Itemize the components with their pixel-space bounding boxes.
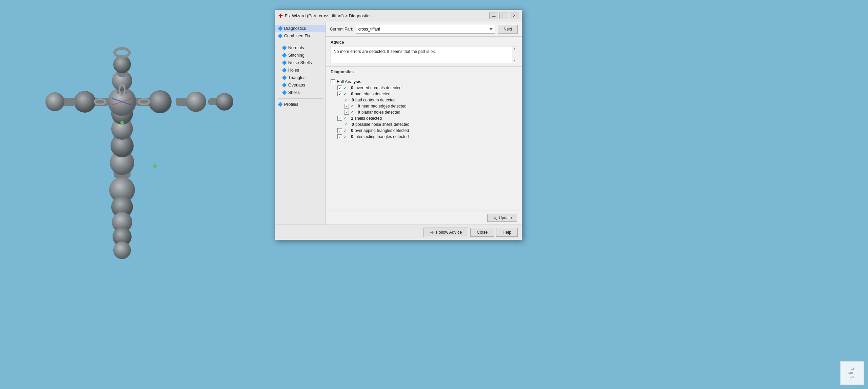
- noise-shells-checkmark: ✓: [344, 122, 347, 127]
- triangles-icon: 🔷: [282, 75, 287, 80]
- sidebar-label-stitching: Stitching: [288, 53, 304, 58]
- planar-holes-checkmark: ✓: [350, 110, 353, 115]
- part-select[interactable]: cross_tiffani: [356, 25, 495, 34]
- intersecting-triangles-label: intersecting triangles detected: [355, 134, 409, 139]
- bad-edges-checkbox[interactable]: ✓: [337, 92, 342, 96]
- svg-point-4: [113, 241, 131, 259]
- svg-point-28: [115, 48, 130, 57]
- titlebar: ✚ Fix Wizard (Part: cross_tiffani) > Dia…: [275, 10, 522, 22]
- svg-point-17: [45, 92, 64, 111]
- advice-box: No more errors are detected. It seems th…: [331, 46, 517, 63]
- update-search-icon: 🔍: [492, 216, 497, 220]
- sidebar-item-diagnostics[interactable]: 🔷 Diagnostics: [275, 25, 326, 32]
- maximize-button[interactable]: □: [499, 13, 508, 19]
- watermark-text: TOPLEFTZ✕: [848, 367, 856, 379]
- combined-fix-icon: 🔷: [278, 34, 282, 38]
- diagnostics-header: Diagnostics: [331, 70, 517, 76]
- sidebar-item-stitching[interactable]: 🔷 Stitching: [275, 52, 326, 59]
- sidebar-item-holes[interactable]: 🔷 Holes: [275, 66, 326, 74]
- advice-label: Advice: [331, 40, 517, 45]
- titlebar-controls: — □ ✕: [489, 13, 518, 19]
- full-analysis-checkbox[interactable]: ✓: [331, 79, 335, 84]
- follow-advice-button[interactable]: ➜ Follow Advice: [423, 228, 468, 237]
- fix-wizard-dialog: ✚ Fix Wizard (Part: cross_tiffani) > Dia…: [275, 9, 522, 240]
- shells-count: 1: [348, 116, 353, 121]
- overlapping-triangles-checkbox[interactable]: ✓: [337, 128, 342, 133]
- holes-icon: 🔷: [282, 68, 287, 73]
- noise-shells-icon: 🔷: [282, 60, 287, 65]
- diag-row-intersecting-triangles: ✓ ✓ 0 intersecting triangles detected: [331, 134, 517, 140]
- sidebar-item-normals[interactable]: 🔷 Normals: [275, 44, 326, 52]
- follow-advice-label: Follow Advice: [436, 230, 462, 235]
- help-button[interactable]: Help: [496, 228, 518, 237]
- advice-text: No more errors are detected. It seems th…: [334, 49, 436, 54]
- near-bad-edges-checkmark: ✓: [350, 104, 353, 109]
- viewport: [0, 0, 275, 389]
- bad-edges-checkmark: ✓: [343, 92, 347, 96]
- noise-shells-label: possible noise shells detected: [355, 122, 409, 127]
- bad-contours-label: bad contours detected: [355, 98, 396, 102]
- sidebar-label-profiles: Profiles: [284, 102, 298, 107]
- sidebar-label-combined-fix: Combined Fix: [284, 34, 310, 38]
- intersecting-triangles-checkbox[interactable]: ✓: [337, 134, 342, 139]
- diagnostics-label: Diagnostics: [331, 70, 354, 74]
- dialog-content: 🔷 Diagnostics 🔷 Combined Fix 🔷 Normals 🔷…: [275, 22, 522, 225]
- close-button[interactable]: Close: [470, 228, 494, 237]
- diagnostics-icon: 🔷: [278, 26, 282, 31]
- advice-scrollbar[interactable]: ▲ ▼: [512, 46, 517, 63]
- near-bad-edges-label: near bad edges detected: [361, 104, 407, 109]
- sidebar-divider-2: [278, 98, 323, 99]
- diag-row-near-bad-edges: ✓ ✓ 0 near bad edges detected: [331, 103, 517, 109]
- sidebar-item-combined-fix[interactable]: 🔷 Combined Fix: [275, 32, 326, 40]
- title-icon: ✚: [278, 13, 283, 19]
- shells-checkmark: ✓: [343, 116, 347, 121]
- sidebar-label-holes: Holes: [288, 68, 299, 73]
- update-button[interactable]: 🔍 Update: [487, 214, 517, 222]
- intersecting-triangles-checkmark: ✓: [343, 135, 347, 139]
- inverted-normals-checkmark: ✓: [343, 86, 347, 90]
- close-window-button[interactable]: ✕: [510, 13, 518, 19]
- sidebar-item-profiles[interactable]: 🔷 Profiles: [275, 101, 326, 108]
- svg-point-33: [153, 164, 157, 168]
- minimize-button[interactable]: —: [489, 13, 498, 19]
- sidebar-label-triangles: Triangles: [288, 75, 305, 80]
- intersecting-triangles-count: 0: [348, 134, 353, 139]
- planar-holes-label: planar holes detected: [361, 110, 400, 115]
- bottom-bar: ➜ Follow Advice Close Help: [275, 225, 522, 240]
- sidebar-item-shells[interactable]: 🔷 Shells: [275, 89, 326, 96]
- overlapping-triangles-label: overlapping triangles detected: [355, 128, 409, 133]
- shells-checkbox[interactable]: ✓: [337, 116, 342, 121]
- diag-row-overlapping-triangles: ✓ ✓ 0 overlapping triangles detected: [331, 128, 517, 134]
- overlaps-icon: 🔷: [282, 83, 287, 87]
- diag-row-planar-holes: ✓ ✓ 0 planar holes detected: [331, 109, 517, 115]
- sidebar-section-sub: 🔷 Normals 🔷 Stitching 🔷 Noise Shells 🔷 H…: [275, 43, 326, 97]
- sidebar-section-profiles: 🔷 Profiles: [275, 100, 326, 109]
- overlapping-triangles-count: 0: [348, 128, 353, 133]
- sidebar-item-overlaps[interactable]: 🔷 Overlaps: [275, 81, 326, 89]
- near-bad-edges-checkbox[interactable]: ✓: [344, 104, 349, 109]
- bad-contours-count: 0: [349, 98, 354, 102]
- diag-row-noise-shells: ✓ 0 possible noise shells detected: [331, 121, 517, 128]
- noise-shells-count: 0: [349, 122, 354, 127]
- sidebar-label-shells: Shells: [288, 90, 300, 95]
- top-bar: Current Part: cross_tiffani Next: [326, 22, 522, 37]
- next-button[interactable]: Next: [498, 25, 518, 34]
- main-panel: Current Part: cross_tiffani Next Advice …: [326, 22, 522, 225]
- sidebar: 🔷 Diagnostics 🔷 Combined Fix 🔷 Normals 🔷…: [275, 22, 326, 225]
- update-area: 🔍 Update: [326, 211, 522, 225]
- inverted-normals-checkbox[interactable]: ✓: [337, 85, 342, 90]
- sidebar-section-main: 🔷 Diagnostics 🔷 Combined Fix: [275, 24, 326, 40]
- near-bad-edges-count: 0: [355, 104, 360, 109]
- diag-row-bad-contours: ✓ 0 bad contours detected: [331, 97, 517, 103]
- svg-point-19: [149, 90, 172, 113]
- planar-holes-checkbox[interactable]: ✓: [344, 110, 349, 115]
- svg-point-15: [74, 91, 96, 113]
- sidebar-item-noise-shells[interactable]: 🔷 Noise Shells: [275, 59, 326, 66]
- diagnostics-section: Diagnostics ✓ Full Analysis ✓ ✓ 0 invert…: [326, 67, 522, 211]
- update-label: Update: [499, 215, 512, 220]
- svg-point-21: [186, 92, 206, 112]
- svg-point-27: [113, 56, 131, 73]
- sidebar-item-triangles[interactable]: 🔷 Triangles: [275, 74, 326, 81]
- sidebar-label-noise-shells: Noise Shells: [288, 60, 312, 65]
- stitching-icon: 🔷: [282, 53, 287, 58]
